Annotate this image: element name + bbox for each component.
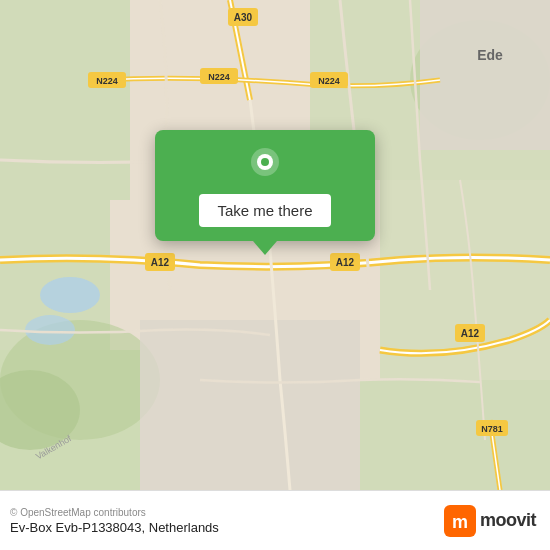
svg-point-13: [25, 315, 75, 345]
svg-rect-11: [140, 320, 360, 490]
svg-text:A30: A30: [234, 12, 253, 23]
svg-text:N224: N224: [96, 76, 118, 86]
svg-text:Ede: Ede: [477, 47, 503, 63]
moovit-logo: m moovit: [444, 505, 536, 537]
copyright-text: © OpenStreetMap contributors: [10, 507, 219, 518]
svg-text:N224: N224: [208, 72, 230, 82]
svg-text:m: m: [452, 512, 468, 532]
svg-point-39: [261, 158, 269, 166]
svg-point-12: [40, 277, 100, 313]
moovit-icon: m: [444, 505, 476, 537]
svg-rect-10: [420, 0, 550, 150]
info-left: © OpenStreetMap contributors Ev-Box Evb-…: [10, 507, 219, 535]
svg-text:A12: A12: [461, 328, 480, 339]
moovit-text: moovit: [480, 510, 536, 531]
svg-text:N781: N781: [481, 424, 503, 434]
svg-rect-8: [360, 380, 550, 490]
location-title: Ev-Box Evb-P1338043, Netherlands: [10, 520, 219, 535]
location-pin-icon: [245, 146, 285, 186]
take-me-there-button[interactable]: Take me there: [199, 194, 330, 227]
info-bar: © OpenStreetMap contributors Ev-Box Evb-…: [0, 490, 550, 550]
svg-rect-1: [0, 0, 130, 200]
map-container: A30 N224 N224 N224 A12 A12 A12 N781 Ede …: [0, 0, 550, 490]
svg-text:N224: N224: [318, 76, 340, 86]
svg-text:A12: A12: [151, 257, 170, 268]
svg-text:A12: A12: [336, 257, 355, 268]
location-popup: Take me there: [155, 130, 375, 241]
